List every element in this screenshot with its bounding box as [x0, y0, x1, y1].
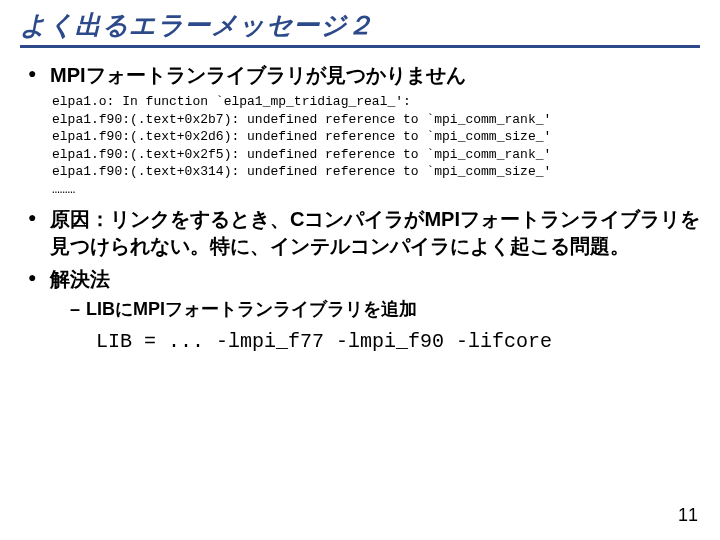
bullet-text-2: 原因：リンクをするとき、CコンパイラがMPIフォートランライブラリを見つけられな… — [50, 208, 700, 257]
sub-bullet-item: LIBにMPIフォートランライブラリを追加 — [70, 297, 700, 322]
command-line: LIB = ... -lmpi_f77 -lmpi_f90 -lifcore — [96, 328, 700, 355]
bullet-text-3: 解決法 — [50, 268, 110, 290]
slide: よく出るエラーメッセージ２ MPIフォートランライブラリが見つかりません elp… — [0, 0, 720, 540]
bullet-item-1: MPIフォートランライブラリが見つかりません elpa1.o: In funct… — [28, 62, 700, 198]
sub-bullet-text: LIBにMPIフォートランライブラリを追加 — [86, 299, 417, 319]
bullet-list: MPIフォートランライブラリが見つかりません elpa1.o: In funct… — [20, 62, 700, 355]
bullet-item-2: 原因：リンクをするとき、CコンパイラがMPIフォートランライブラリを見つけられな… — [28, 206, 700, 260]
sub-bullet-list: LIBにMPIフォートランライブラリを追加 — [50, 297, 700, 322]
bullet-text-1: MPIフォートランライブラリが見つかりません — [50, 64, 466, 86]
error-code-block: elpa1.o: In function `elpa1_mp_tridiag_r… — [52, 93, 700, 198]
slide-title: よく出るエラーメッセージ２ — [20, 8, 700, 48]
bullet-item-3: 解決法 LIBにMPIフォートランライブラリを追加 LIB = ... -lmp… — [28, 266, 700, 355]
page-number: 11 — [678, 505, 698, 526]
